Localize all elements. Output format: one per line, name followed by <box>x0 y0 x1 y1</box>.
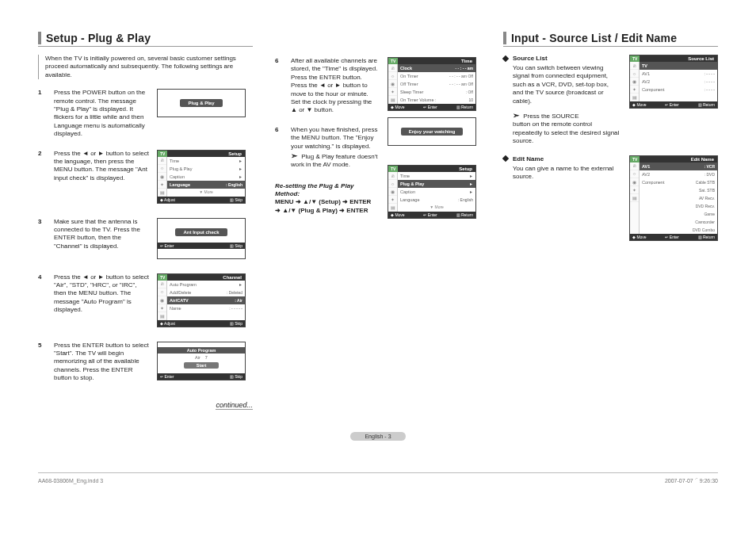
osd-row-selected: Plug & Play► <box>398 180 475 188</box>
osd-title: Edit Name <box>640 156 717 162</box>
osd-row-selected: Air/CATV: Air <box>167 296 245 304</box>
enjoy-pill: Enjoy your watching <box>401 128 464 136</box>
osd-row: Camcorder <box>640 218 717 226</box>
autoprogram-title: Auto Program <box>158 347 245 354</box>
tv-badge: TV <box>630 156 640 162</box>
osd-title: Time <box>398 58 475 64</box>
crop-marks-line: AA68-03806M_Eng.indd 3 2007-07-07 ῝ 9:26… <box>38 472 718 484</box>
pointer-icon: ➣ <box>513 111 519 120</box>
editname-head: Edit Name <box>503 155 620 162</box>
osd-row: Caption► <box>167 173 245 181</box>
osd-row: Sat. STB <box>640 186 717 194</box>
osd-row: Add/Delete: Deleted <box>167 289 245 296</box>
diamond-icon <box>502 155 509 162</box>
osd-row-selected: Clock- - : - - am <box>398 64 475 72</box>
osd-autoprogram-banner: Auto Program Air7 Start ↵ Enter▥ Skip <box>157 342 246 384</box>
osd-side-icons: ⎚☼◉✦▤ <box>388 172 398 212</box>
col-left: Setup - Plug & Play When the TV is initi… <box>38 32 253 410</box>
osd-setup-menu-2: TV Setup ⎚☼◉✦▤ Time► Plug & Play► Captio… <box>388 165 476 219</box>
osd-row-selected: AV1: VCR <box>640 162 717 170</box>
step-text: Make sure that the antenna is connected … <box>54 218 149 262</box>
osd-row: Sleep Timer: Off <box>398 88 475 96</box>
osd-row: DVD Combo <box>640 226 717 234</box>
source-list-block: Source List You can switch between viewi… <box>503 55 718 155</box>
osd-sourcelist-menu: TV Source List ⎚☼◉✦▤ TV AV1: - - - - AV2… <box>629 55 718 109</box>
osd-side-icons: ⎚☼◉✦▤ <box>388 64 398 104</box>
step-num: 6 <box>275 57 283 115</box>
osd-title: Setup <box>398 166 475 172</box>
step-text: When you have finished, press the MENU b… <box>291 126 378 170</box>
input-title-row: Input - Source List / Edit Name <box>503 32 718 47</box>
osd-setup-menu: TV Setup ⎚☼◉✦▤ Time► Plug & Play► Captio… <box>157 150 246 207</box>
osd-row: AV1: - - - - <box>640 70 717 78</box>
osd-row: On Timer Volume :10 <box>398 96 475 104</box>
pointer-icon: ➣ <box>291 151 297 160</box>
osd-row: On Timer- - : - - am Off <box>398 72 475 80</box>
osd-row: DVD Recv. <box>640 202 717 210</box>
step-text: After all available channels are stored,… <box>291 57 378 115</box>
reset-method: Re-setting the Plug & Play Method: MENU … <box>275 182 378 216</box>
sourcelist-body: You can switch between viewing signal fr… <box>513 64 616 105</box>
step-4: 4 Press the ◄ or ► button to select "Air… <box>38 273 253 331</box>
osd-enjoy-banner: Enjoy your watching <box>388 117 476 146</box>
step-2: 2 Press the ◄ or ► button to select the … <box>38 150 253 207</box>
step-num: 6 <box>275 126 283 170</box>
tv-badge: TV <box>388 166 398 172</box>
col-right: Input - Source List / Edit Name Source L… <box>503 32 718 410</box>
editname-body: You can give a name to the external sour… <box>513 165 616 182</box>
step-6b: 6 When you have finished, press the MENU… <box>275 126 378 170</box>
step-num: 1 <box>38 89 46 138</box>
osd-row: Auto Program► <box>167 281 245 289</box>
osd-title: Channel <box>167 274 245 281</box>
step-num: 5 <box>38 342 46 384</box>
osd-channel-menu: TV Channel ⎚☼◉✦▤ Auto Program► Add/Delet… <box>157 273 246 331</box>
tv-badge: TV <box>388 58 398 64</box>
crop-left: AA68-03806M_Eng.indd 3 <box>38 478 103 484</box>
input-title: Input - Source List / Edit Name <box>511 32 677 44</box>
step-3: 3 Make sure that the antenna is connecte… <box>38 218 253 262</box>
step-1: 1 Press the POWER button on the remote c… <box>38 89 253 138</box>
osd-row: Component: - - - - <box>640 86 717 94</box>
osd-row-selected: Language: English <box>167 181 245 189</box>
setup-intro: When the TV is initially powered on, sev… <box>38 55 253 79</box>
osd-row: Plug & Play► <box>167 165 245 173</box>
sourcelist-head: Source List <box>503 55 620 62</box>
setup-title-row: Setup - Plug & Play <box>38 32 253 47</box>
start-pill: Start <box>184 362 220 369</box>
osd-row: Off Timer- - : - - am Off <box>398 80 475 88</box>
osd-plugplay-banner: Plug & Play <box>157 89 246 138</box>
osd-row-selected: TV <box>640 62 717 70</box>
step-num: 3 <box>38 218 46 262</box>
osd-row: Name: - - - - - <box>167 304 245 312</box>
step-5: 5 Press the ENTER button to select "Star… <box>38 342 253 384</box>
sourcelist-press: ➣ Press the SOURCE button on the remote … <box>513 110 620 146</box>
continued-label: continued... <box>216 401 253 410</box>
osd-editname-menu: TV Edit Name ⎚☼◉✦▤ AV1: VCR AV2: DVD Com… <box>629 155 718 241</box>
osd-row: AV Recv. <box>640 194 717 202</box>
osd-row: ComponentCable STB <box>640 178 717 186</box>
title-bar-icon <box>38 32 41 44</box>
osd-row: Time► <box>167 157 245 165</box>
page-number: English - 3 <box>38 432 718 441</box>
step-6a: 6 After all available channels are store… <box>275 57 378 115</box>
step-text: Press the POWER button on the remote con… <box>54 89 149 138</box>
setup-title: Setup - Plug & Play <box>46 32 151 44</box>
col-mid: 6 After all available channels are store… <box>275 32 481 410</box>
osd-title: Setup <box>167 151 245 157</box>
osd-row: AV2: DVD <box>640 170 717 178</box>
osd-more: ▼ More <box>398 204 475 210</box>
osd-title: Source List <box>640 55 717 62</box>
crop-right: 2007-07-07 ῝ 9:26:30 <box>665 478 718 484</box>
step-text: Press the ◄ or ► button to select "Air",… <box>54 273 149 331</box>
step-num: 2 <box>38 150 46 207</box>
osd-antcheck-banner: Ant Input check ↵ Enter▥ Skip <box>157 218 246 262</box>
page: Setup - Plug & Play When the TV is initi… <box>38 32 718 410</box>
diamond-icon <box>502 55 509 62</box>
osd-time-menu: TV Time ⎚☼◉✦▤ Clock- - : - - am On Timer… <box>388 57 476 111</box>
osd-row: Game <box>640 210 717 218</box>
tv-badge: TV <box>630 55 640 62</box>
osd-side-icons: ⎚☼◉✦▤ <box>630 62 640 101</box>
step-num: 4 <box>38 273 46 331</box>
osd-row: Time► <box>398 172 475 180</box>
osd-side-icons: ⎚☼◉✦▤ <box>158 157 167 197</box>
